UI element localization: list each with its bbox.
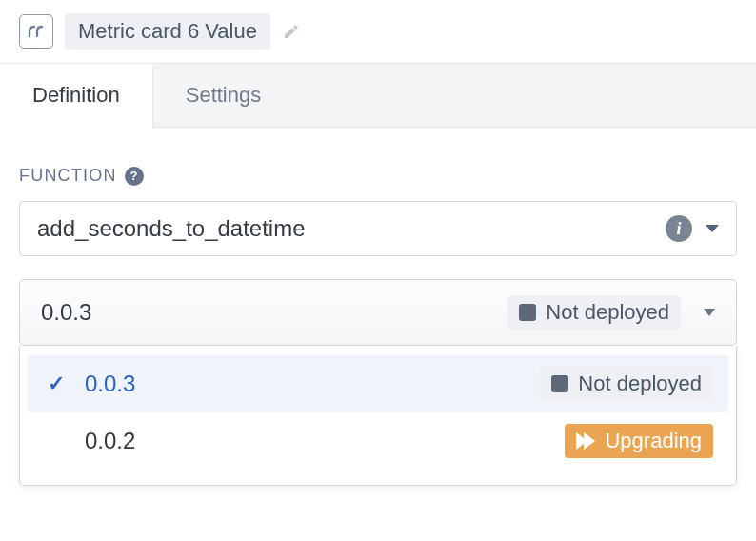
tab-definition[interactable]: Definition xyxy=(0,64,153,128)
section-header: FUNCTION ? xyxy=(19,166,737,186)
version-option-label: 0.0.2 xyxy=(85,428,135,454)
quote-icon[interactable] xyxy=(19,14,53,49)
version-current: 0.0.3 xyxy=(41,299,91,326)
info-icon[interactable]: i xyxy=(666,215,692,242)
stop-icon xyxy=(519,304,536,321)
tab-label: Settings xyxy=(186,83,262,107)
tabs: Definition Settings xyxy=(0,63,756,128)
version-dropdown: ✓ 0.0.3 Not deployed 0.0.2 xyxy=(19,346,737,486)
header-row: Metric card 6 Value xyxy=(0,0,756,63)
help-icon[interactable]: ? xyxy=(125,167,144,186)
status-badge-not-deployed: Not deployed xyxy=(540,367,713,401)
tab-settings[interactable]: Settings xyxy=(153,64,294,127)
chevron-down-icon xyxy=(706,225,719,232)
function-select-right: i xyxy=(666,215,719,242)
status-badge-upgrading: Upgrading xyxy=(565,424,713,458)
status-label: Not deployed xyxy=(546,300,669,325)
chevron-down-icon xyxy=(704,309,715,316)
panel-root: Metric card 6 Value Definition Settings … xyxy=(0,0,756,541)
version-option[interactable]: 0.0.2 Upgrading xyxy=(28,412,728,470)
function-select[interactable]: add_seconds_to_datetime i xyxy=(19,201,737,256)
fast-forward-icon xyxy=(576,432,595,450)
edit-icon[interactable] xyxy=(282,22,301,41)
status-badge-not-deployed: Not deployed xyxy=(507,295,681,330)
status-label: Upgrading xyxy=(605,429,702,453)
version-select[interactable]: 0.0.3 Not deployed xyxy=(19,279,737,346)
function-name: add_seconds_to_datetime xyxy=(37,215,306,242)
function-section: FUNCTION ? add_seconds_to_datetime i 0.0… xyxy=(0,128,756,486)
version-option[interactable]: ✓ 0.0.3 Not deployed xyxy=(28,355,728,412)
check-icon: ✓ xyxy=(48,371,65,396)
stop-icon xyxy=(551,375,568,392)
section-label: FUNCTION xyxy=(19,166,117,186)
page-title-chip: Metric card 6 Value xyxy=(65,13,270,50)
version-select-right: Not deployed xyxy=(507,295,715,330)
tab-label: Definition xyxy=(32,83,120,107)
version-option-label: 0.0.3 xyxy=(85,371,135,397)
page-title: Metric card 6 Value xyxy=(78,19,257,43)
status-label: Not deployed xyxy=(578,371,702,396)
check-slot: ✓ xyxy=(43,371,70,396)
